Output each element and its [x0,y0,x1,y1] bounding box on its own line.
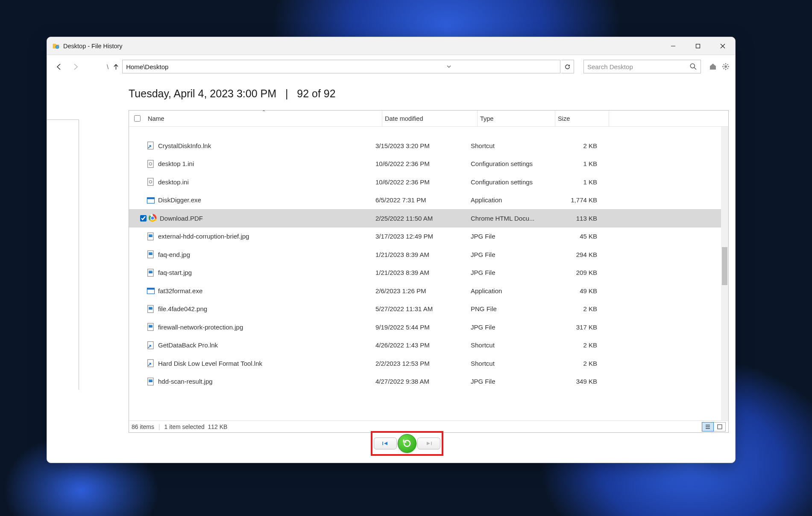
file-history-window: Desktop - File History \ Home\Desktop [47,37,736,463]
snapshot-heading: Tuesday, April 4, 2023 3:00 PM | 92 of 9… [79,78,735,110]
file-date: 10/6/2022 2:36 PM [373,160,468,167]
table-row[interactable]: DiskDigger.exe6/5/2022 7:31 PMApplicatio… [129,191,728,210]
restore-button[interactable] [398,434,416,453]
snapshot-pager: 92 of 92 [297,87,335,99]
file-type: Chrome HTML Docu... [468,215,546,222]
table-row[interactable]: faq-end.jpg1/21/2023 8:39 AMJPG File294 … [129,245,728,264]
vertical-scrollbar[interactable] [721,127,728,420]
column-header-size[interactable]: Size [555,111,609,126]
file-name: hdd-scan-result.jpg [158,378,213,385]
forward-button[interactable] [68,59,83,74]
table-row[interactable]: desktop 1.ini10/6/2022 2:36 PMConfigurat… [129,155,728,173]
file-size: 113 KB [546,215,600,222]
file-icon [146,195,155,205]
table-row[interactable]: fat32format.exe2/6/2023 1:26 PMApplicati… [129,282,728,300]
scrollbar-thumb[interactable] [722,247,727,285]
file-name: faq-end.jpg [158,251,190,258]
search-input[interactable] [587,63,689,70]
file-list-area: ⌃Name Date modified Type Size .CrystalDi… [129,110,729,433]
file-size: 317 KB [546,324,600,331]
status-selected-size: 112 KB [208,423,228,430]
file-type: Shortcut [468,142,546,149]
file-icon [148,213,157,223]
table-row[interactable]: Download.PDF2/25/2022 11:50 AMChrome HTM… [129,209,728,227]
file-date: 2/2/2023 12:53 PM [373,360,468,367]
file-icon [146,141,155,150]
file-name: external-hdd-corruption-brief.jpg [158,233,249,240]
column-header-row: ⌃Name Date modified Type Size [129,111,728,127]
view-thumbnails-button[interactable] [714,422,726,431]
svg-point-7 [724,65,727,68]
table-row[interactable]: CrystalDiskInfo.lnk3/15/2023 3:20 PMShor… [129,137,728,155]
file-name: file.4fade042.png [158,305,207,312]
column-header-date[interactable]: Date modified [382,111,478,126]
row-checkbox[interactable] [140,215,147,222]
file-icon [146,177,155,187]
file-size: 1 KB [546,178,600,186]
file-size: 1 KB [546,160,600,167]
file-type: JPG File [468,269,546,276]
file-date: 3/15/2023 3:20 PM [373,142,468,149]
table-row[interactable]: firewall-network-protection.jpg9/19/2022… [129,318,728,336]
file-size: 45 KB [546,233,600,240]
svg-point-5 [690,64,695,68]
table-row[interactable]: GetDataBack Pro.lnk4/26/2022 1:43 PMShor… [129,336,728,355]
column-header-type[interactable]: Type [478,111,555,126]
file-date: 9/19/2022 5:44 PM [373,324,468,331]
home-button[interactable] [708,61,718,72]
previous-version-button[interactable] [374,437,397,449]
file-name: GetDataBack Pro.lnk [158,341,218,349]
next-version-button[interactable] [417,437,440,449]
column-header-name[interactable]: ⌃Name [145,111,382,126]
up-button[interactable] [110,60,121,73]
table-row[interactable]: external-hdd-corruption-brief.jpg3/17/20… [129,227,728,246]
file-type: Shortcut [468,341,546,349]
file-date: 2/25/2022 11:50 AM [373,215,468,222]
file-type: JPG File [468,324,546,331]
file-name: desktop.ini [158,178,189,186]
file-date: 3/17/2023 12:49 PM [373,233,468,240]
path-dropdown-icon[interactable] [341,63,557,70]
file-icon [146,322,155,332]
file-icon [146,377,155,386]
file-name: DiskDigger.exe [158,196,201,204]
file-size: 49 KB [546,287,600,294]
file-name: Download.PDF [160,215,203,222]
view-details-button[interactable] [702,422,714,431]
file-date: 6/5/2022 7:31 PM [373,196,468,204]
file-size: 349 KB [546,378,600,385]
search-icon[interactable] [689,63,697,70]
minimize-button[interactable] [661,37,686,55]
file-list-body[interactable]: .CrystalDiskInfo.lnk3/15/2023 3:20 PMSho… [129,127,728,420]
snapshot-timestamp: Tuesday, April 4, 2023 3:00 PM [129,87,276,99]
file-icon [146,250,155,259]
file-name: desktop 1.ini [158,160,194,167]
back-button[interactable] [51,59,66,74]
maximize-button[interactable] [686,37,710,55]
file-size: 1,774 KB [546,196,600,204]
file-type: JPG File [468,233,546,240]
settings-button[interactable] [721,61,731,72]
file-size: 2 KB [546,360,600,367]
file-name: CrystalDiskInfo.lnk [158,142,211,149]
file-name: firewall-network-protection.jpg [158,324,243,331]
table-row[interactable]: . [129,127,728,137]
file-type: . [468,127,546,137]
titlebar: Desktop - File History [47,37,735,55]
file-date: 1/21/2023 8:39 AM [373,251,468,258]
table-row[interactable]: Hard Disk Low Level Format Tool.lnk2/2/2… [129,354,728,373]
file-date: 10/6/2022 2:36 PM [373,178,468,186]
search-box[interactable] [583,60,701,73]
table-row[interactable]: faq-start.jpg1/21/2023 8:39 AMJPG File20… [129,264,728,282]
file-size: 2 KB [546,341,600,349]
table-row[interactable]: file.4fade042.png5/27/2022 11:31 AMPNG F… [129,300,728,318]
table-row[interactable]: hdd-scan-result.jpg4/27/2022 9:38 AMJPG … [129,373,728,391]
file-icon [146,286,155,295]
address-bar[interactable]: Home\Desktop [122,60,560,73]
refresh-button[interactable] [561,60,574,73]
select-all-checkbox[interactable] [134,115,141,122]
close-button[interactable] [710,37,735,55]
table-row[interactable]: desktop.ini10/6/2022 2:36 PMConfiguratio… [129,173,728,191]
svg-rect-14 [147,198,154,199]
file-icon [146,268,155,277]
